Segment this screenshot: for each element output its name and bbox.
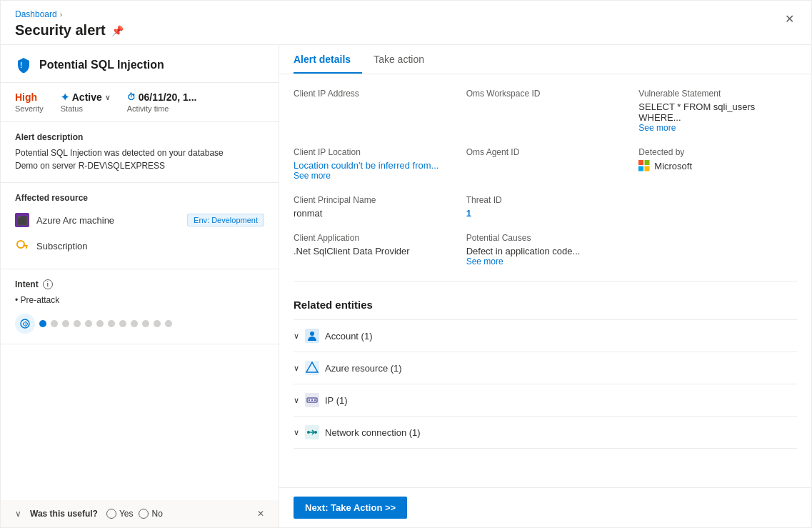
entity-account-chevron: ∨	[294, 332, 299, 341]
left-panel: ! Potential SQL Injection High Severity …	[1, 45, 279, 527]
status-item[interactable]: ✦ Active ∨ Status	[61, 91, 110, 113]
client-principal-value: ronmat	[294, 208, 452, 219]
entity-network-row[interactable]: ∨ Network connection (1)	[294, 416, 797, 449]
detail-client-principal: Client Principal Name ronmat	[294, 195, 452, 219]
severity-item: High Severity	[15, 91, 44, 113]
detail-client-ip-location: Client IP Location Location couldn't be …	[294, 147, 452, 181]
activity-item: ⏱ 06/11/20, 1... Activity time	[127, 91, 197, 113]
status-label: Status	[61, 104, 110, 113]
threat-id-label: Threat ID	[466, 195, 625, 205]
svg-text:⚙: ⚙	[22, 320, 29, 328]
severity-value: High	[15, 91, 44, 103]
useful-chevron-icon[interactable]: ∨	[15, 509, 21, 519]
alert-title-section: ! Potential SQL Injection	[1, 45, 279, 83]
detail-oms-workspace: Oms Workspace ID	[466, 89, 625, 133]
dot-6	[108, 320, 115, 327]
causes-see-more[interactable]: See more	[466, 256, 625, 267]
entity-ip-label: IP (1)	[325, 395, 348, 406]
oms-workspace-label: Oms Workspace ID	[466, 89, 625, 99]
detail-oms-agent: Oms Agent ID	[466, 147, 625, 181]
resource-subscription-row: Subscription	[15, 233, 264, 259]
dot-10	[154, 320, 161, 327]
affected-resource-title: Affected resource	[15, 193, 264, 203]
detail-threat-id: Threat ID 1	[466, 195, 625, 219]
vulnerable-statement-label: Vulnerable Statement	[638, 89, 797, 99]
related-entities: Related entities ∨ Account (1) ∨	[294, 299, 797, 449]
entity-account-label: Account (1)	[325, 331, 372, 342]
useful-yes-option[interactable]: Yes	[106, 509, 134, 519]
useful-no-option[interactable]: No	[139, 509, 162, 519]
azure-arc-icon: ⬛	[15, 213, 29, 227]
microsoft-icon	[638, 160, 650, 171]
dot-5	[96, 320, 104, 327]
breadcrumb[interactable]: Dashboard ›	[15, 9, 124, 19]
account-icon	[305, 329, 319, 343]
azure-resource-icon	[305, 361, 319, 375]
client-ip-location-label: Client IP Location	[294, 147, 452, 157]
detail-client-ip: Client IP Address	[294, 89, 452, 133]
detail-detected-by: Detected by Microsoft	[638, 147, 797, 181]
threat-id-value: 1	[466, 208, 625, 219]
useful-label: Was this useful?	[30, 509, 98, 519]
next-action-button[interactable]: Next: Take Action >>	[294, 497, 407, 519]
detail-potential-causes: Potential Causes Defect in application c…	[466, 233, 625, 267]
status-spinner-icon: ✦	[61, 91, 69, 103]
tabs: Alert details Take action	[279, 45, 811, 74]
entity-ip-chevron: ∨	[294, 396, 299, 405]
useful-bar: ∨ Was this useful? Yes No ✕	[1, 500, 279, 527]
svg-rect-8	[638, 160, 643, 165]
detail-client-application: Client Application .Net SqlClient Data P…	[294, 233, 452, 267]
right-content: Client IP Address Oms Workspace ID Vulne…	[279, 74, 811, 487]
useful-yes-label: Yes	[119, 509, 134, 519]
subscription-icon	[15, 239, 29, 253]
status-chevron-icon: ∨	[105, 94, 110, 101]
dot-7	[119, 320, 126, 327]
svg-rect-10	[638, 166, 643, 171]
close-button[interactable]: ✕	[782, 9, 797, 29]
related-entities-title: Related entities	[294, 299, 797, 311]
intent-dots: ⚙	[15, 314, 264, 334]
status-value: Active	[72, 91, 102, 103]
svg-rect-20	[314, 399, 316, 401]
dot-0	[39, 320, 46, 327]
dot-1	[51, 320, 58, 327]
svg-text:⬛: ⬛	[17, 215, 28, 226]
dot-2	[62, 320, 69, 327]
tab-alert-details[interactable]: Alert details	[294, 45, 362, 74]
location-see-more[interactable]: See more	[294, 171, 452, 181]
dot-3	[74, 320, 81, 327]
next-action-bar: Next: Take Action >>	[279, 487, 811, 527]
svg-rect-9	[645, 160, 650, 165]
useful-no-label: No	[151, 509, 162, 519]
entity-azure-row[interactable]: ∨ Azure resource (1)	[294, 352, 797, 384]
svg-point-13	[310, 332, 314, 336]
right-panel: Alert details Take action Client IP Addr…	[279, 45, 811, 527]
vulnerable-see-more[interactable]: See more	[638, 123, 797, 133]
client-application-label: Client Application	[294, 233, 452, 243]
entity-account-row[interactable]: ∨ Account (1)	[294, 319, 797, 352]
entity-azure-label: Azure resource (1)	[325, 363, 402, 374]
dot-8	[131, 320, 138, 327]
entity-ip-row[interactable]: ∨ IP (1)	[294, 384, 797, 416]
pin-icon[interactable]: 📌	[111, 25, 124, 36]
useful-yes-radio[interactable]	[106, 509, 116, 519]
client-ip-location-value: Location couldn't be inferred from...	[294, 160, 452, 171]
useful-no-radio[interactable]	[139, 509, 149, 519]
severity-row: High Severity ✦ Active ∨ Status ⏱ 06/11/…	[1, 83, 279, 122]
svg-rect-19	[311, 399, 313, 401]
ip-icon	[305, 393, 319, 407]
useful-close-button[interactable]: ✕	[257, 509, 264, 519]
shield-icon: !	[15, 56, 32, 74]
svg-rect-5	[26, 246, 27, 249]
severity-label: Severity	[15, 104, 44, 113]
resource-subscription-name: Subscription	[36, 241, 264, 251]
breadcrumb-chevron: ›	[60, 11, 62, 19]
tab-take-action[interactable]: Take action	[374, 45, 436, 74]
svg-point-3	[17, 241, 24, 248]
dot-4	[85, 320, 92, 327]
env-badge: Env: Development	[187, 214, 264, 226]
resource-arc-name: Azure Arc machine	[36, 215, 180, 226]
intent-title: Intent i	[15, 279, 264, 289]
header: Dashboard › Security alert 📌 ✕	[1, 1, 811, 45]
intent-section: Intent i • Pre-attack ⚙	[1, 269, 279, 344]
